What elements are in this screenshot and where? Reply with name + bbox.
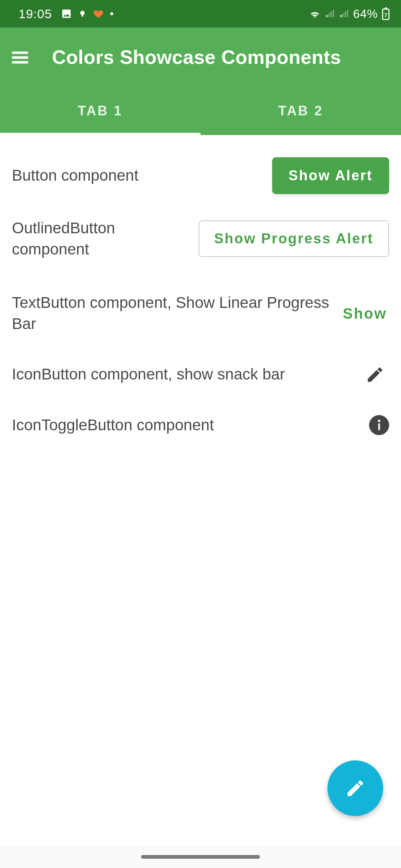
icon-button-component-label: IconButton component, show snack bar (12, 364, 350, 385)
nav-handle[interactable] (141, 855, 260, 859)
menu-icon[interactable] (10, 47, 30, 67)
outlined-button-component-label: OutlinedButton component (12, 218, 188, 260)
button-component-label: Button component (12, 165, 261, 186)
svg-rect-6 (12, 51, 28, 54)
system-nav-bar (0, 846, 401, 868)
show-alert-button[interactable]: Show Alert (272, 157, 389, 194)
bulb-icon (78, 9, 87, 18)
show-text-button[interactable]: Show (340, 298, 389, 329)
picture-icon (61, 8, 72, 19)
svg-point-11 (378, 420, 380, 422)
battery-percent: 64% (353, 7, 378, 21)
content-area: Button component Show Alert OutlinedButt… (0, 135, 401, 846)
pencil-icon (365, 365, 385, 384)
svg-point-0 (80, 11, 85, 15)
icon-toggle-button-component-label: IconToggleButton component (12, 415, 358, 436)
tab-2-label: TAB 2 (278, 103, 323, 119)
page-title: Colors Showcase Components (52, 46, 341, 68)
tab-bar: TAB 1 TAB 2 (0, 87, 401, 135)
signal-2-icon (339, 9, 349, 19)
svg-rect-7 (12, 56, 28, 59)
app-bar: Colors Showcase Components (0, 27, 401, 87)
info-icon (369, 415, 389, 435)
tab-1-label: TAB 1 (78, 103, 123, 119)
row-icon-toggle-button-component: IconToggleButton component (10, 400, 391, 445)
show-progress-alert-button[interactable]: Show Progress Alert (199, 220, 389, 257)
edit-fab[interactable] (327, 760, 383, 816)
svg-rect-4 (385, 7, 387, 9)
svg-point-2 (110, 12, 113, 15)
svg-text:7: 7 (384, 12, 387, 18)
row-text-button-component: TextButton component, Show Linear Progre… (10, 274, 391, 345)
pencil-icon (345, 778, 366, 799)
svg-rect-10 (378, 424, 380, 430)
dot-icon (110, 12, 114, 16)
row-button-component: Button component Show Alert (10, 148, 391, 204)
row-icon-button-component: IconButton component, show snack bar (10, 346, 391, 400)
svg-rect-1 (82, 15, 83, 17)
battery-icon: 7 (382, 7, 390, 20)
text-button-component-label: TextButton component, Show Linear Progre… (12, 292, 329, 334)
info-icon-toggle-button[interactable] (369, 415, 389, 435)
status-right: 64% 7 (309, 7, 390, 21)
svg-rect-8 (12, 61, 28, 63)
edit-icon-button[interactable] (361, 361, 389, 389)
status-bar: 19:05 64% 7 (0, 0, 401, 27)
status-time: 19:05 (19, 7, 52, 21)
signal-1-icon (325, 9, 335, 19)
heart-icon (93, 8, 104, 19)
wifi-icon (309, 7, 321, 20)
tab-1[interactable]: TAB 1 (0, 87, 200, 135)
tab-2[interactable]: TAB 2 (200, 87, 401, 135)
status-left: 19:05 (19, 7, 114, 21)
row-outlined-button-component: OutlinedButton component Show Progress A… (10, 204, 391, 274)
